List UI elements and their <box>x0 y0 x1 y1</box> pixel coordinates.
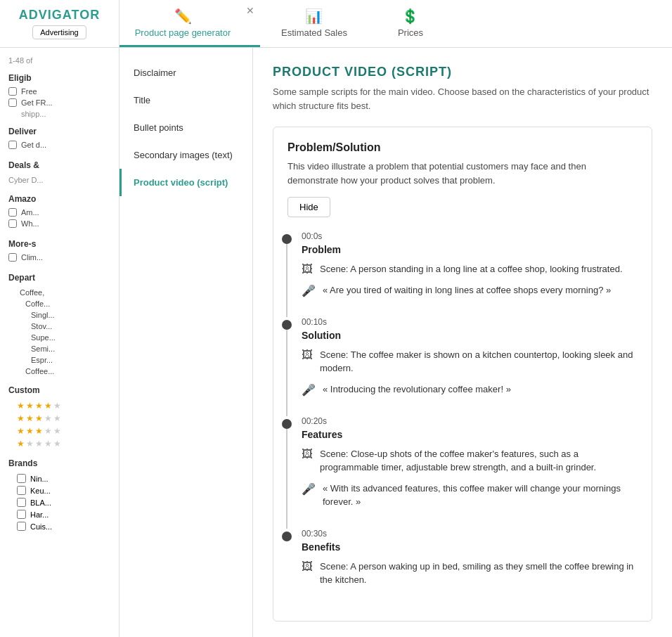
tab-estimated-sales[interactable]: 📊 Estimated Sales <box>260 0 368 47</box>
tab-prices[interactable]: 💲 Prices <box>368 0 453 47</box>
mic-icon-1: 🎤 <box>302 383 316 397</box>
brand-har-checkbox[interactable] <box>17 510 26 519</box>
timeline-dot-0 <box>282 234 292 244</box>
image-icon-0: 🖼 <box>302 263 313 276</box>
timeline-scene-row-3: 🖼 Scene: A person waking up in bed, smil… <box>302 560 638 587</box>
star-2: ★ <box>26 401 34 411</box>
filter-free-checkbox[interactable] <box>8 87 17 96</box>
logo-area: ADVIGATOR Advertising <box>0 0 119 47</box>
timeline-dot-1 <box>282 320 292 330</box>
menu-item-disclaimer[interactable]: Disclaimer <box>119 59 252 86</box>
star-row-3b[interactable]: ★ ★ ★ ★ ★ <box>8 425 110 437</box>
menu-item-secondary-images[interactable]: Secondary images (text) <box>119 141 252 169</box>
star-row-4[interactable]: ★ ★ ★ ★ ★ <box>8 399 110 412</box>
image-icon-2: 🖼 <box>302 448 313 461</box>
chart-icon: 📊 <box>305 8 323 25</box>
menu-item-bullet-points[interactable]: Bullet points <box>119 114 252 141</box>
timeline-line-2 <box>286 429 287 529</box>
dept-item-7[interactable]: Coffee... <box>8 366 110 377</box>
star-row-1[interactable]: ★ ★ ★ ★ ★ <box>8 437 110 450</box>
menu-item-title[interactable]: Title <box>119 86 252 114</box>
brand-nin-label: Nin... <box>30 475 49 483</box>
brand-bla-checkbox[interactable] <box>17 498 26 507</box>
image-icon-3: 🖼 <box>302 560 313 573</box>
brand-nin-checkbox[interactable] <box>17 474 26 483</box>
star-1: ★ <box>17 439 25 449</box>
timeline-section-3: Benefits <box>302 541 638 553</box>
filter-brands-title: Brands <box>8 458 110 468</box>
timeline-item-3: 00:30s Benefits 🖼 Scene: A person waking… <box>302 529 638 587</box>
star-4: ★ <box>44 401 52 411</box>
timeline-item-0: 00:0s Problem 🖼 Scene: A person standing… <box>302 231 638 297</box>
close-icon[interactable]: ✕ <box>246 6 254 15</box>
filter-amazon-item1[interactable]: Am... <box>8 208 110 217</box>
filter-amazon-checkbox2[interactable] <box>8 219 17 228</box>
menu-item-product-video[interactable]: Product video (script) <box>119 169 252 196</box>
timeline-time-0: 00:0s <box>302 231 638 241</box>
brand-har-label: Har... <box>30 510 49 519</box>
hide-button[interactable]: Hide <box>287 197 330 217</box>
filter-free-label: Free <box>21 87 37 96</box>
dept-item-0[interactable]: Coffee, <box>8 287 110 298</box>
brand-har[interactable]: Har... <box>8 508 110 520</box>
dept-item-2[interactable]: Singl... <box>8 309 110 321</box>
timeline-scene-text-3: Scene: A person waking up in bed, smilin… <box>320 560 638 587</box>
star-2: ★ <box>26 439 34 449</box>
filter-amazon-label1: Am... <box>21 208 39 217</box>
section-menu: Disclaimer Title Bullet points Secondary… <box>119 48 253 637</box>
filter-more-item[interactable]: Clim... <box>8 253 110 262</box>
filter-delivery: Deliver Get d... <box>0 121 119 155</box>
dept-item-6[interactable]: Espr... <box>8 354 110 366</box>
filter-delivery-label: Get d... <box>21 141 46 149</box>
dept-item-3[interactable]: Stov... <box>8 321 110 332</box>
brand-nin[interactable]: Nin... <box>8 472 110 484</box>
timeline-time-3: 00:30s <box>302 529 638 539</box>
star-1: ★ <box>17 426 25 436</box>
star-1: ★ <box>17 413 25 423</box>
advertising-button[interactable]: Advertising <box>32 25 86 39</box>
dept-item-5[interactable]: Semi... <box>8 343 110 354</box>
timeline-voice-text-2: « With its advanced features, this coffe… <box>323 482 638 509</box>
filter-free[interactable]: Free <box>8 87 110 96</box>
star-5: ★ <box>53 426 61 436</box>
logo-igator: IGATOR <box>48 8 100 22</box>
filter-departments: Depart Coffee, Coffe... Singl... Stov...… <box>0 267 119 380</box>
timeline-scene-text-1: Scene: The coffee maker is shown on a ki… <box>320 348 638 375</box>
timeline-line-1 <box>286 330 287 416</box>
image-icon-1: 🖼 <box>302 349 313 361</box>
filter-more: More-s Clim... <box>0 233 119 267</box>
filter-more-checkbox[interactable] <box>8 253 17 262</box>
prices-icon: 💲 <box>401 8 419 25</box>
filter-amazon-item2[interactable]: Wh... <box>8 219 110 228</box>
brand-cuis[interactable]: Cuis... <box>8 520 110 532</box>
filter-amazon-checkbox1[interactable] <box>8 208 17 217</box>
star-5: ★ <box>53 439 61 449</box>
deals-note: Cyber D... <box>8 174 110 186</box>
filter-more-title: More-s <box>8 239 110 249</box>
brand-keu[interactable]: Keu... <box>8 484 110 496</box>
star-row-3a[interactable]: ★ ★ ★ ★ ★ <box>8 412 110 425</box>
timeline-voice-row-2: 🎤 « With its advanced features, this cof… <box>302 482 638 509</box>
problem-solution-card: Problem/Solution This video illustrate a… <box>273 127 652 622</box>
filter-free-shipping-label: Get FR... <box>21 98 53 107</box>
brand-cuis-checkbox[interactable] <box>17 522 26 531</box>
timeline-voice-text-0: « Are you tired of waiting in long lines… <box>323 283 611 297</box>
tab-product-page-generator[interactable]: ✕ ✏️ Product page generator <box>119 0 260 47</box>
brand-bla-label: BLA... <box>30 498 51 507</box>
filter-delivery-checkbox[interactable] <box>8 141 17 149</box>
brand-bla[interactable]: BLA... <box>8 496 110 508</box>
dept-item-1[interactable]: Coffe... <box>8 298 110 309</box>
filter-review-title: Custom <box>8 385 110 395</box>
main-content: 1-48 of Eligib Free Get FR... shipp... D… <box>0 48 672 637</box>
timeline-scene-row-0: 🖼 Scene: A person standing in a long lin… <box>302 262 638 276</box>
dept-item-4[interactable]: Supe... <box>8 332 110 343</box>
main-panel: PRODUCT VIDEO (SCRIPT) Some sample scrip… <box>253 48 672 637</box>
filter-brands: Brands Nin... Keu... BLA... Har... Cuis.… <box>0 453 119 535</box>
tab-label-product-page-generator: Product page generator <box>135 27 231 38</box>
filter-free-shipping[interactable]: Get FR... <box>8 98 110 107</box>
brand-keu-checkbox[interactable] <box>17 486 26 495</box>
filter-delivery-item[interactable]: Get d... <box>8 141 110 149</box>
brand-keu-label: Keu... <box>30 487 51 495</box>
filter-free-shipping-checkbox[interactable] <box>8 98 17 107</box>
filter-amazon-title: Amazo <box>8 194 110 204</box>
